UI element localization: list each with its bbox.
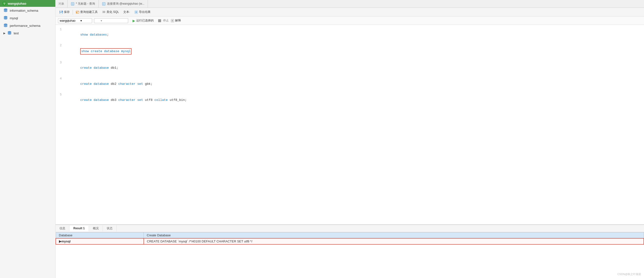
run-button[interactable]: ▶ 运行已选择的 — [130, 18, 156, 24]
export-label: 导出结果 — [139, 10, 150, 14]
result-cell-create-stmt: CREATE DATABASE `mysql` /*!40100 DEFAULT… — [144, 238, 644, 244]
line-content-2: show create database mysql — [64, 43, 644, 60]
col-database: Database — [56, 232, 144, 238]
stop-icon — [158, 19, 161, 22]
save-label: 保存 — [64, 10, 70, 14]
svg-rect-27 — [76, 12, 77, 13]
editor-area[interactable]: 1 show databases; 2 show create database… — [56, 25, 644, 224]
line-num-3: 3 — [56, 60, 64, 65]
query-builder-label: 查询创建工具 — [80, 10, 98, 14]
code-line-2: 2 show create database mysql — [56, 43, 644, 60]
code-line-3: 3 create database db1; — [56, 60, 644, 76]
tab-untitled-query[interactable]: Q * 无标题 - 查询 — [68, 0, 99, 8]
explain-label: 解释 — [175, 18, 181, 23]
save-icon — [60, 10, 63, 14]
line-content-1: show databases; — [64, 27, 644, 43]
sidebar-item-information-schema[interactable]: information_schema — [0, 7, 55, 14]
database-icon-2 — [4, 16, 8, 21]
tab-object-label: 对象 — [56, 0, 68, 8]
svg-rect-23 — [60, 11, 62, 12]
schema-selector[interactable]: wangqiuhao ▾ — [58, 18, 92, 23]
svg-point-17 — [8, 33, 11, 34]
main-area: 对象 Q * 无标题 - 查询 C 连接查询 @wangqiuhao (w... — [56, 0, 644, 278]
text-label: 文本· — [123, 10, 130, 14]
chevron-down-icon-2: ▾ — [101, 19, 102, 22]
query-tab-icon: Q — [71, 2, 74, 6]
sidebar-item-mysql[interactable]: mysql — [0, 14, 55, 22]
tab-status[interactable]: 状态 — [103, 225, 117, 232]
line-content-5: create database db3 character set utf8 c… — [64, 92, 644, 108]
bottom-panel: 信息 Result 1 概况 状态 Database — [56, 224, 644, 278]
sidebar-header-label: wangqiuhao — [8, 2, 26, 5]
connection-bar: wangqiuhao ▾ ▾ ▶ 运行已选择的 停止 E 解释 — [56, 16, 644, 25]
svg-point-13 — [4, 26, 7, 27]
tab-result1[interactable]: Result 1 — [70, 226, 89, 232]
stop-label: 停止 — [163, 18, 169, 23]
export-button[interactable]: 导出结果 — [132, 9, 152, 15]
database-icon-4 — [7, 31, 12, 36]
database-icon-3 — [4, 23, 8, 28]
svg-rect-11 — [4, 24, 7, 25]
tab1-label: * 无标题 - 查询 — [76, 2, 95, 6]
svg-text:U: U — [4, 2, 5, 5]
line-num-4: 4 — [56, 76, 64, 82]
beautify-icon — [102, 10, 106, 14]
sidebar-item-label-2: mysql — [10, 16, 18, 20]
expand-icon: ▶ — [4, 32, 5, 35]
tab-info[interactable]: 信息 — [56, 225, 70, 232]
result-table: Database Create Database ▶mysql CREATE D — [56, 232, 644, 244]
database-icon-1 — [4, 8, 8, 13]
svg-text:C: C — [103, 3, 104, 5]
sidebar-item-label-1: information_schema — [10, 9, 38, 12]
code-line-1: 1 show databases; — [56, 27, 644, 43]
run-icon: ▶ — [132, 19, 135, 23]
col-create-database: Create Database — [144, 232, 644, 238]
result-row-1[interactable]: ▶mysql CREATE DATABASE `mysql` /*!40100 … — [56, 238, 644, 244]
svg-point-5 — [4, 10, 7, 12]
tab-connection-query[interactable]: C 连接查询 @wangqiuhao (w... — [99, 0, 148, 8]
query-builder-button[interactable]: 查询创建工具 — [74, 9, 100, 15]
svg-text:Q: Q — [72, 3, 73, 5]
export-icon — [134, 10, 138, 14]
sidebar-header[interactable]: U wangqiuhao — [0, 0, 55, 7]
save-button[interactable]: 保存 — [58, 9, 72, 15]
line-content-4: create database db2 character set gbk; — [64, 76, 644, 92]
result-table-header-row: Database Create Database — [56, 232, 644, 238]
chevron-down-icon: ▾ — [80, 19, 82, 22]
db-selector[interactable]: ▾ — [94, 18, 128, 23]
explain-icon: E — [171, 19, 174, 22]
conn-tab-icon: C — [102, 2, 106, 6]
sidebar-item-label-3: performance_schema — [10, 24, 40, 28]
schema-value: wangqiuhao — [60, 19, 76, 22]
sidebar-item-test[interactable]: ▶ test — [0, 30, 55, 37]
svg-rect-15 — [8, 32, 11, 33]
text-button[interactable]: 文本· — [121, 9, 132, 15]
sidebar: U wangqiuhao information_schema — [0, 0, 56, 278]
result-table-wrap: Database Create Database ▶mysql CREATE D — [56, 232, 644, 278]
beautify-button[interactable]: 美化 SQL — [100, 9, 121, 15]
line-num-2: 2 — [56, 43, 64, 48]
code-line-5: 5 create database db3 character set utf8… — [56, 92, 644, 108]
tab-overview[interactable]: 概况 — [89, 225, 103, 232]
line-num-1: 1 — [56, 27, 64, 32]
stop-button[interactable]: 停止 — [158, 18, 169, 23]
toolbar-sep-1 — [72, 10, 73, 14]
svg-rect-3 — [4, 9, 7, 10]
code-line-4: 4 create database db2 character set gbk; — [56, 76, 644, 92]
svg-text:E: E — [172, 20, 173, 22]
line-content-3: create database db1; — [64, 60, 644, 76]
sidebar-item-label-4: test — [14, 32, 19, 35]
watermark: CSDN@秋之叶落菇 — [618, 272, 641, 276]
tab2-label: 连接查询 @wangqiuhao (w... — [107, 2, 144, 6]
user-icon: U — [2, 2, 6, 5]
sidebar-item-performance-schema[interactable]: performance_schema — [0, 22, 55, 30]
bottom-tab-bar: 信息 Result 1 概况 状态 — [56, 225, 644, 232]
beautify-label: 美化 SQL — [106, 10, 119, 14]
svg-rect-25 — [76, 11, 79, 14]
toolbar: 保存 查询创建工具 美化 SQL 文本· — [56, 8, 644, 16]
query-builder-icon — [76, 10, 79, 14]
svg-point-9 — [4, 18, 7, 20]
explain-button[interactable]: E 解释 — [171, 18, 181, 23]
line-num-5: 5 — [56, 92, 64, 98]
tab-bar: 对象 Q * 无标题 - 查询 C 连接查询 @wangqiuhao (w... — [56, 0, 644, 8]
